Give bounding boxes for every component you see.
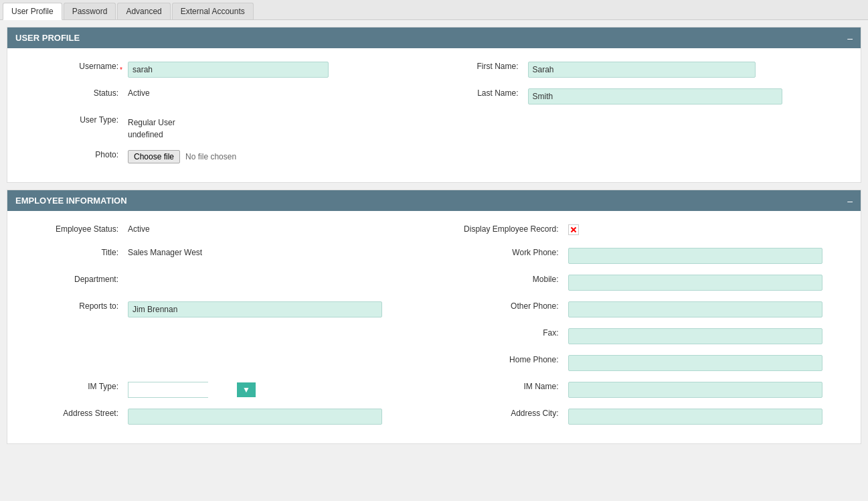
employee-info-section: EMPLOYEE INFORMATION – Employee Status: … xyxy=(7,190,861,444)
homephone-input[interactable] xyxy=(568,355,822,371)
firstname-value xyxy=(528,59,848,78)
user-profile-body: Username: First Name: Status: Active xyxy=(7,48,861,182)
choose-file-button[interactable]: Choose file xyxy=(128,150,180,163)
empstatus-value: Active xyxy=(128,222,434,234)
imtype-dropdown-arrow[interactable]: ▼ xyxy=(237,382,256,397)
address-city-input[interactable] xyxy=(568,409,822,425)
fax-value xyxy=(568,326,848,344)
imname-value xyxy=(568,379,848,398)
firstname-input[interactable] xyxy=(528,62,756,78)
fax-input[interactable] xyxy=(568,328,822,344)
otherphone-field-group: Other Phone: xyxy=(434,299,848,317)
title-label: Title: xyxy=(21,245,128,257)
reportsto-otherphone-row: Reports to: Other Phone: xyxy=(21,299,847,317)
status-label: Status: xyxy=(21,86,128,98)
imtype-field-group: IM Type: ▼ xyxy=(21,379,434,398)
lastname-label: Last Name: xyxy=(434,86,528,98)
employee-info-header: EMPLOYEE INFORMATION – xyxy=(7,190,861,211)
address-city-label: Address City: xyxy=(434,406,568,418)
user-profile-collapse-btn[interactable]: – xyxy=(847,33,853,43)
photo-field-group: Photo: Choose file No file chosen xyxy=(21,147,434,163)
photo-label: Photo: xyxy=(21,147,128,159)
address-row: Address Street: Address City: xyxy=(21,406,847,425)
workphone-label: Work Phone: xyxy=(434,245,568,257)
otherphone-input[interactable] xyxy=(568,301,822,317)
usertype-value: Regular User undefined xyxy=(128,113,434,139)
firstname-label: First Name: xyxy=(434,59,528,71)
reportsto-field-group: Reports to: xyxy=(21,299,434,317)
address-street-group: Address Street: xyxy=(21,406,434,425)
workphone-value xyxy=(568,245,848,264)
workphone-field-group: Work Phone: xyxy=(434,245,848,264)
usertype-text2: undefined xyxy=(128,127,434,139)
tab-password[interactable]: Password xyxy=(64,3,116,19)
username-input[interactable] xyxy=(128,62,329,78)
file-input-area: Choose file No file chosen xyxy=(128,150,434,163)
imtype-select-wrapper: ▼ xyxy=(128,382,208,398)
mobile-field-group: Mobile: xyxy=(434,272,848,291)
empstatus-display-row: Employee Status: Active Display Employee… xyxy=(21,222,847,237)
display-emp-record-checkbox[interactable] xyxy=(568,224,579,235)
fax-field-group: Fax: xyxy=(434,326,848,344)
imtype-label: IM Type: xyxy=(21,379,128,391)
lastname-value xyxy=(528,86,848,104)
tab-external-accounts[interactable]: External Accounts xyxy=(172,3,254,19)
user-profile-header: USER PROFILE – xyxy=(7,27,861,48)
usertype-label: User Type: xyxy=(21,113,128,125)
title-value: Sales Manager West xyxy=(128,245,434,257)
dept-label: Department: xyxy=(21,272,128,284)
photo-value: Choose file No file chosen xyxy=(128,147,434,163)
usertype-text1: Regular User xyxy=(128,115,434,127)
address-city-group: Address City: xyxy=(434,406,848,425)
homephone-label: Home Phone: xyxy=(434,352,568,364)
user-profile-title: USER PROFILE xyxy=(15,33,80,43)
mobile-input[interactable] xyxy=(568,275,822,291)
status-field-group: Status: Active xyxy=(21,86,434,104)
imtype-value: ▼ xyxy=(128,379,434,398)
homephone-field-group: Home Phone: xyxy=(434,352,848,371)
imname-field-group: IM Name: xyxy=(434,379,848,398)
usertype-row: User Type: Regular User undefined xyxy=(21,113,847,139)
dept-value xyxy=(128,272,434,275)
tabs-bar: User Profile Password Advanced External … xyxy=(0,0,868,20)
status-lastname-row: Status: Active Last Name: xyxy=(21,86,847,104)
imname-label: IM Name: xyxy=(434,379,568,391)
otherphone-label: Other Phone: xyxy=(434,299,568,311)
username-label: Username: xyxy=(21,59,128,71)
photo-right-empty xyxy=(434,147,848,163)
mobile-label: Mobile: xyxy=(434,272,568,284)
title-workphone-row: Title: Sales Manager West Work Phone: xyxy=(21,245,847,264)
employee-info-collapse-btn[interactable]: – xyxy=(847,196,853,206)
address-street-label: Address Street: xyxy=(21,406,128,418)
username-value xyxy=(128,59,434,78)
homephone-value xyxy=(568,352,848,371)
mobile-value xyxy=(568,272,848,291)
display-emp-record-group: Display Employee Record: xyxy=(434,222,848,237)
usertype-field-group: User Type: Regular User undefined xyxy=(21,113,434,139)
fax-left-empty xyxy=(21,326,434,344)
photo-row: Photo: Choose file No file chosen xyxy=(21,147,847,163)
lastname-input[interactable] xyxy=(528,88,782,104)
display-emp-record-label: Display Employee Record: xyxy=(434,222,568,234)
reportsto-input[interactable] xyxy=(128,301,382,317)
tab-user-profile[interactable]: User Profile xyxy=(3,3,62,20)
address-street-input[interactable] xyxy=(128,409,382,425)
empstatus-label: Employee Status: xyxy=(21,222,128,234)
username-firstname-row: Username: First Name: xyxy=(21,59,847,78)
usertype-right-empty xyxy=(434,113,848,139)
title-field-group: Title: Sales Manager West xyxy=(21,245,434,264)
no-file-text: No file chosen xyxy=(185,152,236,161)
dept-mobile-row: Department: Mobile: xyxy=(21,272,847,291)
empstatus-field-group: Employee Status: Active xyxy=(21,222,434,237)
username-field-group: Username: xyxy=(21,59,434,78)
workphone-input[interactable] xyxy=(568,248,822,264)
im-row: IM Type: ▼ IM Name: xyxy=(21,379,847,398)
main-content: USER PROFILE – Username: First Name: xyxy=(0,20,868,457)
tab-advanced[interactable]: Advanced xyxy=(117,3,170,19)
employee-info-title: EMPLOYEE INFORMATION xyxy=(15,196,127,206)
imtype-input[interactable] xyxy=(128,382,237,397)
reportsto-label: Reports to: xyxy=(21,299,128,311)
homephone-row: Home Phone: xyxy=(21,352,847,371)
lastname-field-group: Last Name: xyxy=(434,86,848,104)
imname-input[interactable] xyxy=(568,382,822,398)
